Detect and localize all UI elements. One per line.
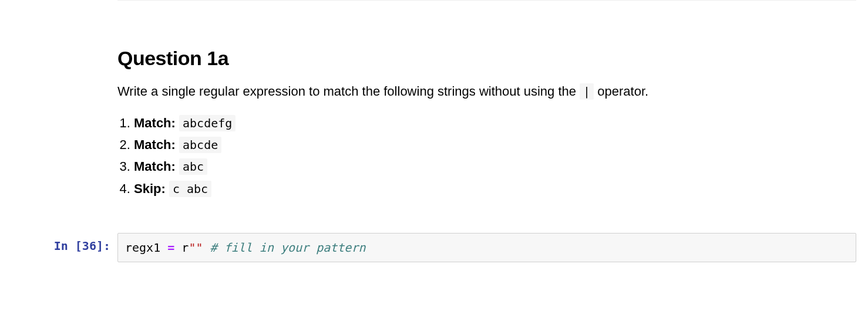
question-heading: Question 1a bbox=[117, 47, 861, 70]
cell-divider bbox=[117, 0, 856, 1]
pattern-list: Match: abcdefg Match: abcde Match: abc S… bbox=[117, 113, 861, 199]
markdown-cell: Question 1a Write a single regular expre… bbox=[0, 19, 868, 216]
markdown-prompt bbox=[0, 19, 117, 38]
code-cell-editor[interactable]: regx1 = r"" # fill in your pattern bbox=[117, 233, 856, 262]
code-token-assign: = bbox=[167, 241, 174, 255]
code-cell-prompt: In [36]: bbox=[0, 233, 117, 262]
list-item: Match: abcde bbox=[134, 134, 861, 155]
list-item: Skip: c abc bbox=[134, 178, 861, 199]
code-token-string: "" bbox=[189, 241, 203, 255]
pipe-operator-code: | bbox=[580, 83, 594, 100]
code-token-comment: # fill in your pattern bbox=[210, 241, 366, 255]
markdown-body: Question 1a Write a single regular expre… bbox=[117, 19, 868, 216]
list-item: Match: abcdefg bbox=[134, 113, 861, 133]
intro-text-post: operator. bbox=[597, 84, 648, 99]
list-label: Match: bbox=[134, 137, 176, 152]
blank-prompt bbox=[0, 0, 117, 19]
code-token-str-prefix: r bbox=[181, 241, 189, 255]
list-code: abcde bbox=[179, 137, 221, 153]
code-token-variable: regx1 bbox=[125, 241, 160, 255]
list-code: abc bbox=[179, 158, 207, 175]
intro-text-pre: Write a single regular expression to mat… bbox=[117, 84, 580, 99]
code-cell: In [36]: regx1 = r"" # fill in your patt… bbox=[0, 233, 868, 262]
list-item: Match: abc bbox=[134, 156, 861, 177]
list-label: Skip: bbox=[134, 181, 166, 196]
question-intro: Write a single regular expression to mat… bbox=[117, 82, 861, 101]
list-code: c abc bbox=[169, 181, 211, 197]
list-label: Match: bbox=[134, 159, 176, 174]
list-label: Match: bbox=[134, 116, 176, 130]
list-code: abcdefg bbox=[179, 115, 235, 131]
